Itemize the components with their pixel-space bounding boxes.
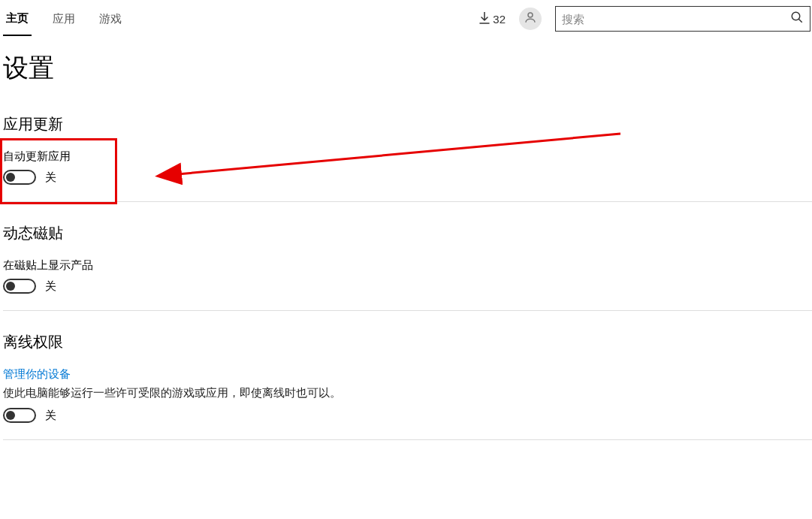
user-icon	[524, 11, 537, 27]
section-offline: 离线权限 管理你的设备 使此电脑能够运行一些许可受限的游戏或应用，即使离线时也可…	[0, 332, 812, 440]
topbar: 主页 应用 游戏 32	[0, 0, 812, 38]
section-live-tile: 动态磁贴 在磁贴上显示产品 关	[0, 223, 812, 311]
section-title-live-tile: 动态磁贴	[3, 223, 812, 243]
downloads-count: 32	[493, 13, 506, 26]
svg-line-2	[798, 19, 802, 23]
toggle-auto-update[interactable]	[3, 170, 36, 185]
svg-point-0	[528, 13, 533, 17]
section-title-app-update: 应用更新	[3, 114, 812, 134]
setting-label-auto-update: 自动更新应用	[3, 149, 812, 164]
toggle-tile-products[interactable]	[3, 279, 36, 294]
downloads-button[interactable]: 32	[479, 12, 506, 26]
tab-games[interactable]: 游戏	[96, 3, 125, 35]
toggle-state-offline: 关	[45, 409, 56, 423]
tab-home[interactable]: 主页	[3, 2, 32, 36]
user-avatar[interactable]	[519, 8, 542, 30]
divider	[3, 310, 812, 311]
link-manage-devices[interactable]: 管理你的设备	[3, 367, 71, 382]
top-tabs: 主页 应用 游戏	[0, 2, 125, 36]
divider	[3, 439, 812, 440]
section-app-update: 应用更新 自动更新应用 关	[0, 114, 812, 202]
toggle-state-tile-products: 关	[45, 279, 56, 294]
toggle-state-auto-update: 关	[45, 170, 56, 185]
setting-label-tile-products: 在磁贴上显示产品	[3, 258, 812, 273]
tab-apps[interactable]: 应用	[50, 3, 78, 35]
svg-point-1	[792, 12, 800, 20]
search-icon	[790, 11, 804, 27]
divider	[3, 201, 812, 202]
download-icon	[479, 12, 490, 26]
search-input[interactable]	[562, 13, 790, 26]
offline-desc: 使此电脑能够运行一些许可受限的游戏或应用，即使离线时也可以。	[3, 386, 812, 400]
toggle-offline[interactable]	[3, 408, 36, 423]
page-title: 设置	[0, 38, 812, 93]
search-box[interactable]	[555, 6, 810, 32]
section-title-offline: 离线权限	[3, 332, 812, 352]
